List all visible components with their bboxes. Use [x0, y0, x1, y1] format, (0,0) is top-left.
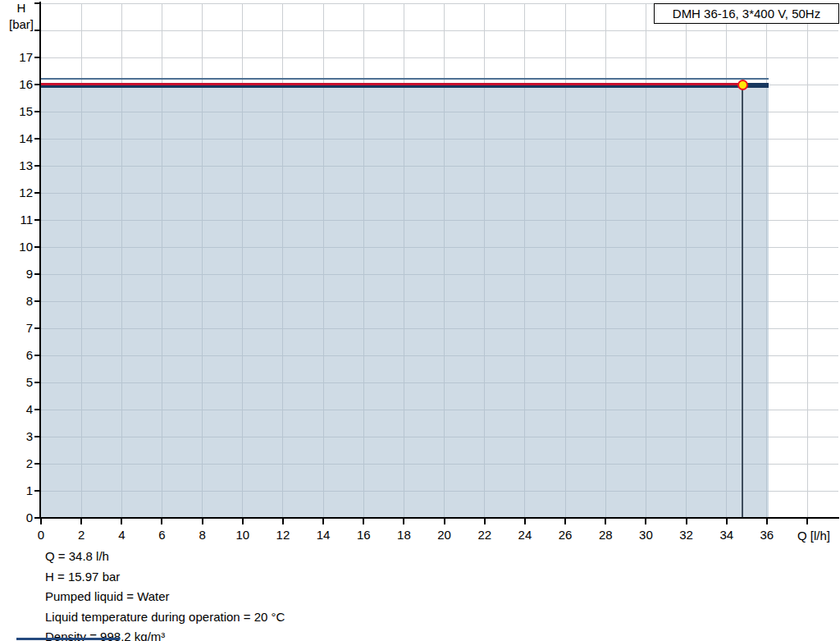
x-tick-label: 20	[432, 528, 457, 543]
x-tick	[282, 518, 284, 524]
y-tick-label: 17	[5, 50, 33, 65]
x-tick	[363, 518, 364, 524]
y-tick-label: 10	[5, 240, 33, 254]
result-pumped-liquid: Pumped liquid = Water	[45, 587, 285, 607]
h-gridline	[41, 57, 838, 58]
y-tick-label: 8	[5, 294, 33, 309]
legend-label: DMH 36-16, 3*400 V, 50Hz	[673, 7, 820, 21]
y-tick-label: 7	[5, 321, 33, 336]
x-tick-label: 26	[553, 528, 578, 543]
result-flow: Q = 34.8 l/h	[45, 547, 285, 567]
x-tick-label: 14	[311, 528, 336, 543]
y-tick-label: 13	[5, 158, 33, 173]
y-tick-label: 0	[5, 511, 33, 525]
x-tick	[161, 518, 162, 524]
x-tick	[202, 518, 203, 524]
duty-point-drop-line	[742, 88, 743, 518]
x-tick-label: 16	[351, 528, 376, 543]
x-tick-label: 36	[755, 528, 779, 543]
x-tick	[121, 518, 122, 524]
duty-result-text: Q = 34.8 l/h H = 15.97 bar Pumped liquid…	[45, 547, 285, 641]
x-tick-label: 12	[271, 528, 295, 543]
y-tick-label: 1	[5, 483, 33, 498]
y-tick-label: 6	[5, 348, 33, 363]
curve-selected-duty-range	[41, 83, 742, 85]
x-tick-label: 6	[149, 528, 174, 543]
x-tick-label: 18	[391, 528, 416, 543]
bottom-accent-line	[16, 638, 120, 640]
y-tick-label: 9	[5, 267, 33, 282]
x-tick-label: 28	[593, 528, 618, 543]
y-axis-unit: [bar]	[3, 17, 39, 31]
x-axis-title: Q [l/h]	[797, 529, 830, 543]
y-tick-label: 11	[5, 213, 33, 227]
x-tick-label: 22	[472, 528, 497, 543]
x-tick-label: 34	[714, 528, 739, 543]
x-tick	[806, 518, 808, 524]
y-tick-label: 16	[5, 77, 33, 92]
result-liquid-temperature: Liquid temperature during operation = 20…	[45, 607, 285, 628]
x-tick	[80, 518, 82, 524]
operating-range-fill	[41, 83, 769, 518]
x-tick	[686, 518, 687, 524]
x-tick-label: 32	[674, 528, 699, 543]
result-head: H = 15.97 bar	[45, 567, 285, 588]
x-tick-label: 30	[633, 528, 658, 543]
y-axis-line	[39, 2, 41, 519]
y-tick-label: 2	[5, 456, 33, 471]
y-tick-label: 14	[5, 131, 33, 146]
x-tick	[322, 518, 324, 524]
x-tick	[564, 518, 566, 524]
x-tick	[645, 518, 646, 524]
x-tick	[484, 518, 486, 524]
x-tick-label: 4	[109, 528, 134, 543]
legend-box: DMH 36-16, 3*400 V, 50Hz	[654, 3, 839, 24]
x-tick	[242, 518, 244, 524]
y-tick-label: 4	[5, 402, 33, 417]
pump-performance-chart: 0123456789101112131415161702468101214161…	[0, 0, 840, 641]
x-tick	[444, 518, 445, 524]
x-tick	[403, 518, 404, 524]
x-axis-line	[39, 517, 839, 519]
x-tick	[605, 518, 606, 524]
x-tick-label: 10	[231, 528, 255, 543]
x-tick-label: 24	[513, 528, 537, 543]
y-tick-label: 15	[5, 104, 33, 119]
y-axis-title: H	[10, 1, 33, 15]
x-tick	[766, 518, 768, 524]
x-tick	[524, 518, 526, 524]
curve-curve-upper-limit	[41, 78, 769, 80]
v-gridline	[807, 3, 808, 518]
x-tick	[726, 518, 728, 524]
x-tick	[40, 518, 42, 524]
y-tick-label: 3	[5, 429, 33, 444]
x-tick-label: 2	[69, 528, 94, 543]
h-gridline	[41, 30, 838, 31]
x-tick-label: 8	[190, 528, 215, 543]
y-tick-label: 5	[5, 375, 33, 390]
y-tick-label: 12	[5, 185, 33, 200]
x-tick-label: 0	[29, 528, 53, 543]
